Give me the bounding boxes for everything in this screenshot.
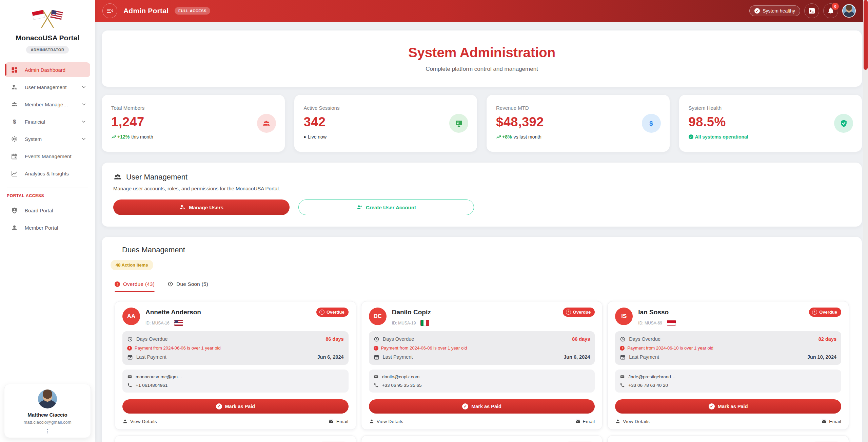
system-status-label: System healthy	[763, 8, 795, 14]
mark-as-paid-button[interactable]: ✓ Mark as Paid	[615, 399, 841, 414]
live-dot-icon: ●	[304, 134, 306, 139]
terminal-button[interactable]	[804, 3, 819, 18]
sidebar-item-member-portal[interactable]: Member Portal	[5, 220, 90, 235]
top-bar: Admin Portal FULL ACCESS ✓ System health…	[95, 0, 863, 22]
chevron-down-icon	[81, 84, 87, 90]
member-card-footer: View Details Email	[122, 419, 349, 424]
main-content: System Administration Complete platform …	[95, 22, 863, 442]
create-user-account-button[interactable]: Create User Account	[298, 199, 474, 215]
user-management-actions: Manage Users Create User Account	[113, 199, 850, 215]
user-gear-icon	[11, 84, 18, 91]
mark-as-paid-button[interactable]: ✓ Mark as Paid	[369, 399, 595, 414]
sidebar-item-system[interactable]: System	[5, 131, 90, 146]
user-avatar[interactable]	[842, 4, 856, 18]
scrollbar-thumb[interactable]	[864, 0, 868, 70]
member-cards-row: AA Annette Anderson ID: MUSA-16 ! Overdu…	[115, 301, 849, 430]
exclamation-icon: !	[127, 346, 132, 351]
sidebar-item-financial[interactable]: $ Financial	[5, 114, 90, 129]
stat-card-system-health: System Health 98.5% ✓ All systems operat…	[679, 95, 862, 152]
sidebar: MonacoUSA Portal ADMINISTRATOR Admin Das…	[0, 0, 95, 442]
page-title: Admin Portal	[123, 7, 169, 15]
email-button[interactable]: Email	[821, 419, 841, 424]
user-menu-kebab-icon[interactable]: ⋮	[45, 428, 50, 434]
top-bar-actions: ✓ System healthy 0	[749, 3, 856, 18]
user-avatar	[38, 390, 57, 408]
member-header: AA Annette Anderson ID: MUSA-16 ! Overdu…	[122, 308, 349, 326]
stat-note: +12% this month	[111, 134, 275, 140]
sidebar-item-label: Board Portal	[25, 208, 53, 213]
sidebar-item-analytics-insights[interactable]: Analytics & Insights	[5, 166, 90, 181]
member-name: Annette Anderson	[145, 308, 201, 316]
sidebar-item-label: Analytics & Insights	[25, 171, 69, 176]
analytics-icon	[11, 170, 18, 177]
email-button[interactable]: Email	[575, 419, 595, 424]
sessions-monitor-icon	[449, 114, 468, 133]
status-badge-label: Overdue	[327, 310, 344, 315]
mark-as-paid-button[interactable]: ✓ Mark as Paid	[122, 399, 349, 414]
member-name: Ian Sosso	[638, 308, 676, 316]
member-email-row: Jade@prestigebrand…	[620, 373, 836, 381]
sidebar-user-card: Matthew Ciaccio matt.ciaccio@gmail.com ⋮	[4, 384, 91, 438]
phone-icon	[127, 383, 132, 388]
stat-label: Active Sessions	[304, 105, 468, 111]
dues-management-card: Dues Management 48 Action Items ! Overdu…	[102, 237, 862, 442]
dues-tabs: ! Overdue (43) Due Soon (5)	[115, 281, 849, 292]
member-card: DC Danilo Copiz ID: MUSA-19 ! Overdue	[361, 301, 603, 430]
check-icon: ✓	[689, 134, 693, 139]
exclamation-icon: !	[566, 310, 571, 315]
member-card	[115, 435, 356, 442]
member-card-footer: View Details Email	[369, 419, 595, 424]
manage-users-button[interactable]: Manage Users	[113, 199, 290, 215]
members-icon	[257, 114, 276, 133]
calendar-icon	[127, 354, 133, 360]
payment-info-box: Days Overdue 82 days ! Payment from 2024…	[615, 331, 841, 365]
scrollbar-track[interactable]	[863, 0, 868, 442]
sidebar-item-label: Member Portal	[25, 225, 58, 231]
sidebar-item-events-management[interactable]: Events Management	[5, 149, 90, 164]
hero-card: System Administration Complete platform …	[102, 30, 862, 87]
member-header: IS Ian Sosso ID: MUSA-69 ! Overdue	[615, 308, 841, 326]
portal-access-nav: Board Portal Member Portal	[0, 203, 95, 235]
member-card	[607, 435, 849, 442]
mail-icon	[575, 419, 580, 424]
sidebar-item-user-management[interactable]: User Management	[5, 80, 90, 94]
exclamation-icon: !	[620, 346, 625, 351]
clock-icon	[620, 336, 626, 342]
sidebar-item-member-management[interactable]: Member Manage…	[5, 97, 90, 112]
days-overdue-value: 82 days	[818, 336, 836, 342]
member-card: IS Ian Sosso ID: MUSA-69 ! Overdue	[607, 301, 849, 430]
person-icon	[369, 419, 374, 424]
days-overdue-row: Days Overdue 82 days	[620, 335, 836, 343]
terminal-icon	[808, 7, 816, 15]
last-payment-row: Last Payment Jun 6, 2024	[127, 353, 344, 361]
sidebar-item-board-portal[interactable]: Board Portal	[5, 203, 90, 218]
menu-toggle-button[interactable]	[102, 3, 117, 18]
status-badge-label: Overdue	[573, 310, 591, 315]
exclamation-icon: !	[319, 310, 324, 315]
view-details-button[interactable]: View Details	[122, 419, 157, 424]
member-card	[361, 435, 603, 442]
chevron-down-icon	[81, 101, 87, 107]
member-phone-row: +33 06 78 63 40 20	[620, 381, 836, 390]
contact-box: danilo@copiz.com +33 06 95 35 35 65	[369, 370, 595, 393]
payment-warning: ! Payment from 2024-06-06 is over 1 year…	[127, 345, 344, 351]
notifications-button[interactable]: 0	[823, 3, 838, 18]
stat-value: 1,247	[111, 115, 275, 129]
user-management-card: User Management Manage user accounts, ro…	[102, 163, 862, 227]
exclamation-icon: !	[374, 346, 378, 351]
svg-text:$: $	[649, 120, 653, 127]
sidebar-item-admin-dashboard[interactable]: Admin Dashboard	[5, 62, 90, 77]
monaco-flag-icon	[667, 320, 676, 326]
member-id: ID: MUSA-19	[392, 321, 416, 325]
stat-card-revenue-mtd: Revenue MTD $48,392 +8% vs last month $	[487, 95, 670, 152]
view-details-button[interactable]: View Details	[615, 419, 650, 424]
tab-due-soon[interactable]: Due Soon (5)	[167, 281, 208, 292]
payment-info-box: Days Overdue 86 days ! Payment from 2024…	[122, 331, 349, 365]
email-button[interactable]: Email	[329, 419, 349, 424]
member-id: ID: MUSA-16	[145, 321, 170, 325]
stat-value: 98.5%	[689, 115, 853, 129]
member-phone-row: +1 0614804961	[127, 381, 344, 390]
view-details-button[interactable]: View Details	[369, 419, 403, 424]
tab-overdue[interactable]: ! Overdue (43)	[115, 281, 155, 292]
hero-title: System Administration	[408, 45, 555, 60]
